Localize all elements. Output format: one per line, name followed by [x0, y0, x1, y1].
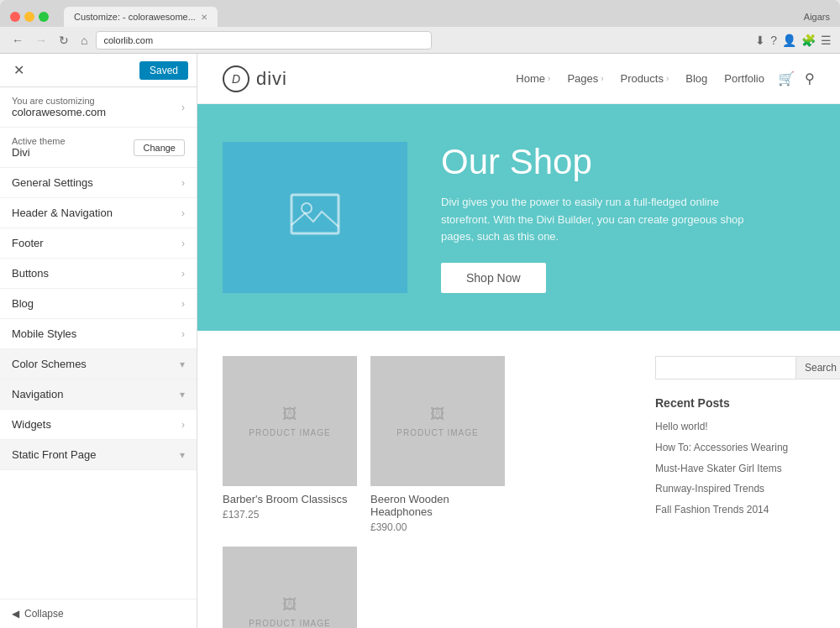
- sidebar-post-2[interactable]: How To: Accessories Wearing: [655, 441, 815, 455]
- customizer-saved-button[interactable]: Saved: [139, 61, 188, 80]
- cart-icon[interactable]: 🛒: [778, 71, 795, 86]
- sidebar-search-button[interactable]: Search: [796, 356, 840, 379]
- nav-link-blog[interactable]: Blog: [685, 72, 707, 85]
- sidebar-post-4[interactable]: Runway-Inspired Trends: [655, 482, 815, 496]
- menu-icon[interactable]: ☰: [821, 34, 832, 47]
- menu-item-general-settings[interactable]: General Settings ›: [0, 168, 197, 198]
- arrow-general-settings: ›: [181, 177, 185, 189]
- chevron-pages: ›: [601, 74, 603, 83]
- main-layout: ✕ Saved You are customizing colorawesome…: [0, 54, 840, 628]
- nav-forward-button[interactable]: →: [32, 32, 50, 49]
- customizer-close-button[interactable]: ✕: [8, 60, 29, 80]
- menu-label-static-front-page: Static Front Page: [12, 448, 96, 461]
- menu-label-header-navigation: Header & Navigation: [12, 207, 113, 219]
- product-image-icon-1: 🖼: [282, 406, 298, 423]
- person-icon[interactable]: 👤: [782, 34, 796, 47]
- site-nav: D divi Home › Pages › Products › Blog Po…: [197, 54, 840, 104]
- shop-now-button[interactable]: Shop Now: [441, 263, 546, 293]
- svg-point-1: [302, 203, 312, 213]
- products-section: 🖼 PRODUCT IMAGE Barber's Broom Classiscs…: [197, 331, 840, 628]
- browser-dots: [10, 12, 49, 22]
- product-card-3: 🖼 PRODUCT IMAGE Grouped Product £45.95-£…: [223, 547, 357, 628]
- browser-dot-maximize[interactable]: [39, 12, 49, 22]
- product-image-1: 🖼 PRODUCT IMAGE: [223, 356, 357, 486]
- arrow-static-front-page: ▾: [180, 449, 185, 461]
- search-icon[interactable]: ⚲: [805, 71, 815, 86]
- tab-title: Customize: - colorawesome...: [74, 12, 196, 22]
- chevron-products: ›: [666, 74, 669, 83]
- nav-link-portfolio[interactable]: Portfolio: [724, 72, 764, 85]
- change-theme-button[interactable]: Change: [134, 139, 185, 156]
- collapse-label: Collapse: [24, 608, 64, 620]
- product-image-label-1: PRODUCT IMAGE: [249, 428, 330, 437]
- hero-section: Our Shop Divi gives you the power to eas…: [197, 104, 840, 331]
- product-image-label-2: PRODUCT IMAGE: [396, 428, 478, 437]
- menu-label-widgets: Widgets: [12, 418, 51, 431]
- sidebar-post-5[interactable]: Fall Fashion Trends 2014: [655, 503, 815, 517]
- menu-item-widgets[interactable]: Widgets ›: [0, 410, 197, 440]
- question-icon[interactable]: ?: [770, 34, 777, 47]
- menu-item-buttons[interactable]: Buttons ›: [0, 259, 197, 289]
- collapse-icon: ◀: [12, 608, 19, 620]
- site-nav-links: Home › Pages › Products › Blog Portfolio: [516, 72, 764, 85]
- sidebar-search-input[interactable]: [655, 356, 796, 379]
- menu-item-footer[interactable]: Footer ›: [0, 228, 197, 259]
- arrow-blog: ›: [181, 298, 185, 310]
- browser-dot-minimize[interactable]: [24, 12, 34, 22]
- site-preview: D divi Home › Pages › Products › Blog Po…: [197, 54, 840, 628]
- customizer-info-arrow: ›: [181, 102, 185, 113]
- sidebar-post-1[interactable]: Hello world!: [655, 420, 815, 434]
- menu-item-color-schemes[interactable]: Color Schemes ▾: [0, 349, 197, 379]
- product-image-2: 🖼 PRODUCT IMAGE: [370, 356, 505, 486]
- menu-item-header-navigation[interactable]: Header & Navigation ›: [0, 198, 197, 228]
- site-logo-circle: D: [223, 65, 249, 92]
- hero-content: Our Shop Divi gives you the power to eas…: [441, 142, 815, 293]
- logo-letter: D: [232, 72, 240, 86]
- arrow-navigation: ▾: [180, 389, 185, 400]
- menu-item-navigation[interactable]: Navigation ▾: [0, 379, 197, 410]
- browser-dot-close[interactable]: [10, 12, 20, 22]
- customizer-sidebar: ✕ Saved You are customizing colorawesome…: [0, 54, 197, 628]
- site-sidebar: Search Recent Posts Hello world! How To:…: [655, 356, 815, 628]
- address-bar[interactable]: [96, 31, 432, 50]
- extension-icon[interactable]: 🧩: [801, 34, 816, 47]
- customizer-menu: General Settings › Header & Navigation ›…: [0, 168, 197, 599]
- site-nav-icons: 🛒 ⚲: [778, 71, 815, 86]
- menu-item-blog[interactable]: Blog ›: [0, 289, 197, 319]
- product-image-3: 🖼 PRODUCT IMAGE: [223, 547, 357, 628]
- customizer-header: ✕ Saved: [0, 54, 197, 87]
- customizer-info: You are customizing colorawesome.com ›: [0, 87, 197, 128]
- hero-title: Our Shop: [441, 142, 815, 182]
- menu-label-color-schemes: Color Schemes: [12, 358, 87, 370]
- product-card-1: 🖼 PRODUCT IMAGE Barber's Broom Classiscs…: [223, 356, 357, 533]
- theme-name: Divi: [12, 146, 66, 159]
- arrow-footer: ›: [181, 238, 185, 249]
- nav-link-home[interactable]: Home ›: [516, 72, 550, 85]
- nav-home-button[interactable]: ⌂: [77, 32, 91, 49]
- arrow-buttons: ›: [181, 268, 185, 280]
- nav-link-pages[interactable]: Pages ›: [567, 72, 603, 85]
- product-price-1: £137.25: [223, 509, 357, 521]
- product-image-label-3: PRODUCT IMAGE: [249, 619, 330, 628]
- browser-toolbar: ← → ↻ ⌂ ⬇ ? 👤 🧩 ☰: [0, 27, 840, 54]
- browser-tab[interactable]: Customize: - colorawesome... ✕: [64, 7, 218, 27]
- download-icon[interactable]: ⬇: [755, 34, 765, 47]
- nav-reload-button[interactable]: ↻: [55, 32, 72, 49]
- tab-close-icon[interactable]: ✕: [201, 13, 207, 22]
- nav-link-products[interactable]: Products ›: [621, 72, 669, 85]
- hero-description: Divi gives you the power to easily run a…: [441, 194, 760, 246]
- arrow-color-schemes: ▾: [180, 358, 185, 370]
- menu-label-mobile-styles: Mobile Styles: [12, 327, 76, 340]
- product-image-icon-3: 🖼: [282, 596, 298, 614]
- browser-user: Aigars: [804, 12, 830, 22]
- product-name-2[interactable]: Beeron Wooden Headphones: [370, 493, 505, 518]
- menu-item-mobile-styles[interactable]: Mobile Styles ›: [0, 319, 197, 349]
- menu-label-general-settings: General Settings: [12, 176, 93, 189]
- nav-back-button[interactable]: ←: [8, 32, 27, 49]
- product-image-icon-2: 🖼: [430, 406, 446, 423]
- menu-item-static-front-page[interactable]: Static Front Page ▾: [0, 440, 197, 470]
- sidebar-post-3[interactable]: Must-Have Skater Girl Items: [655, 462, 815, 476]
- customizer-footer[interactable]: ◀ Collapse: [0, 599, 197, 628]
- site-logo-text: divi: [256, 68, 287, 90]
- product-name-1[interactable]: Barber's Broom Classiscs: [223, 493, 357, 505]
